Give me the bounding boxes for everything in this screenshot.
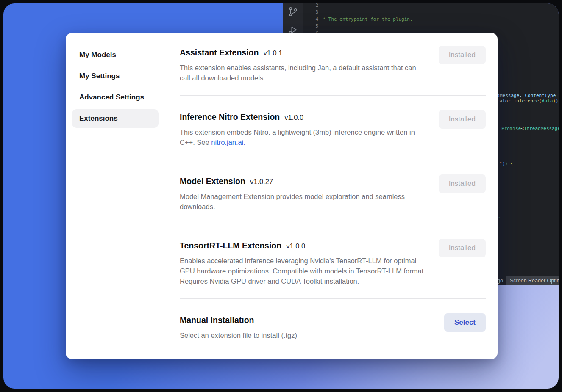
settings-sidebar: My Models My Settings Advanced Settings …	[66, 33, 165, 359]
extension-version: v1.0.0	[286, 242, 305, 250]
sidebar-item-my-settings[interactable]: My Settings	[72, 67, 159, 86]
desktop-background: 2 3 4 5 6 * The entrypoint for the plugi…	[3, 3, 559, 389]
status-bar-text: go	[497, 278, 503, 284]
sidebar-item-my-models[interactable]: My Models	[72, 46, 159, 64]
code-fragment: rator.inference(data));	[497, 98, 559, 104]
line-number: 3	[305, 9, 318, 16]
code-fragment: Promise<ThreadMessage>	[501, 126, 559, 131]
extension-description: This extension enables assistants, inclu…	[180, 63, 428, 83]
line-number: 5	[305, 23, 318, 30]
installed-button[interactable]: Installed	[439, 110, 486, 129]
screen-reader-optimize-button[interactable]: Screen Reader Optimize	[506, 276, 559, 285]
sidebar-item-label: My Settings	[79, 72, 120, 80]
extension-title: TensortRT-LLM Extension	[180, 241, 281, 250]
manual-installation-row: Manual Installation Select an extension …	[180, 299, 486, 350]
extension-description: Model Management Extension provides mode…	[180, 191, 428, 212]
extension-version: v1.0.1	[263, 49, 282, 57]
sidebar-item-advanced-settings[interactable]: Advanced Settings	[72, 88, 159, 107]
sidebar-item-label: Extensions	[79, 114, 118, 123]
extension-title: Assistant Extension	[180, 48, 259, 57]
select-file-button[interactable]: Select	[444, 313, 486, 332]
line-number: 4	[305, 16, 318, 23]
manual-installation-title: Manual Installation	[180, 315, 254, 325]
extensions-panel: Assistant Extensionv1.0.1 This extension…	[165, 33, 498, 359]
extension-description: This extension embeds Nitro, a lightweig…	[180, 127, 428, 147]
extension-description: Enables accelerated inference leveraging…	[180, 256, 428, 286]
sidebar-item-label: Advanced Settings	[79, 93, 144, 102]
extension-row-nitro: Inference Nitro Extensionv1.0.0 This ext…	[180, 96, 486, 160]
installed-button[interactable]: Installed	[439, 46, 486, 64]
extension-title: Model Extension	[180, 177, 245, 186]
installed-button[interactable]: Installed	[439, 174, 486, 193]
extension-title: Inference Nitro Extension	[180, 112, 280, 121]
source-control-icon[interactable]	[288, 6, 298, 17]
extension-version: v1.0.0	[284, 113, 303, 121]
extension-row-tensorrt: TensortRT-LLM Extensionv1.0.0 Enables ac…	[180, 224, 486, 299]
extension-row-model: Model Extensionv1.0.27 Model Management …	[180, 160, 486, 224]
settings-modal: My Models My Settings Advanced Settings …	[66, 33, 498, 359]
line-number: 2	[305, 3, 318, 9]
nitro-jan-ai-link[interactable]: nitro.jan.ai.	[211, 138, 245, 146]
sidebar-item-extensions[interactable]: Extensions	[72, 109, 159, 128]
code-line: * The entrypoint for the plugin.	[320, 16, 556, 23]
manual-installation-description: Select an extension file to install (.tg…	[180, 330, 297, 340]
installed-button[interactable]: Installed	[439, 239, 486, 257]
extension-row-assistant: Assistant Extensionv1.0.1 This extension…	[180, 33, 486, 96]
code-fragment: ")) {	[499, 161, 513, 166]
app-frame: 2 3 4 5 6 * The entrypoint for the plugi…	[0, 0, 562, 392]
sidebar-item-label: My Models	[79, 51, 116, 59]
editor-gutter: 2 3 4 5 6	[305, 3, 318, 37]
extension-version: v1.0.27	[250, 178, 273, 185]
